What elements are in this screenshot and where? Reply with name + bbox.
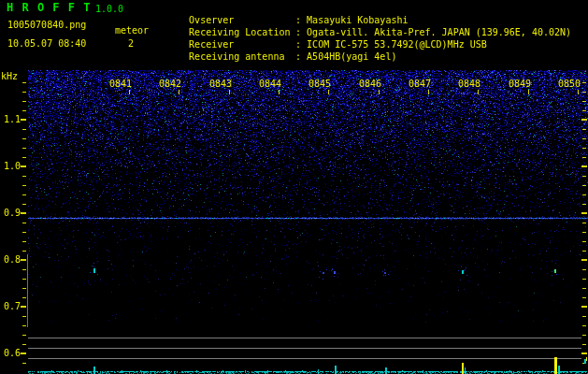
freq-unit-label: kHz [1, 71, 18, 81]
time-axis-label: 0845 [308, 79, 332, 89]
freq-axis-label: 0.7 [0, 301, 21, 311]
info-value: A504HB(yagi 4el) [307, 51, 396, 62]
time-axis-label: 0842 [158, 79, 182, 89]
time-axis-label: 0846 [358, 79, 382, 89]
info-colon: : [295, 51, 303, 62]
app-title: H R O F F T [7, 3, 91, 13]
time-axis-label: 0850 [557, 79, 581, 89]
info-row-antenna: Receiving antenna:A504HB(yagi 4el) [166, 41, 396, 72]
time-axis-label: 0843 [208, 79, 233, 89]
time-axis-label: 0847 [408, 79, 432, 89]
freq-axis-label: 1.0 [0, 161, 21, 171]
hrofft-window: H R O F F T 1.0.0 1005070840.png meteor … [0, 0, 588, 374]
freq-axis-label: 0.8 [0, 254, 21, 265]
time-axis-label: 0849 [508, 79, 532, 89]
datetime-label: 10.05.07 08:40 [7, 38, 86, 49]
echo-count: 2 [128, 38, 134, 49]
time-axis-label: 0844 [258, 79, 282, 89]
time-axis-label: 0841 [108, 79, 133, 89]
time-axis-label: 0848 [457, 79, 481, 89]
freq-axis-label: 0.6 [0, 348, 21, 358]
mode-label: meteor [115, 25, 149, 36]
app-version: 1.0.0 [95, 4, 123, 14]
info-label: Receiving antenna [189, 51, 295, 62]
output-filename: 1005070840.png [7, 20, 86, 30]
freq-axis-label: 0.9 [0, 208, 21, 218]
freq-axis-label: 1.1 [0, 114, 21, 124]
